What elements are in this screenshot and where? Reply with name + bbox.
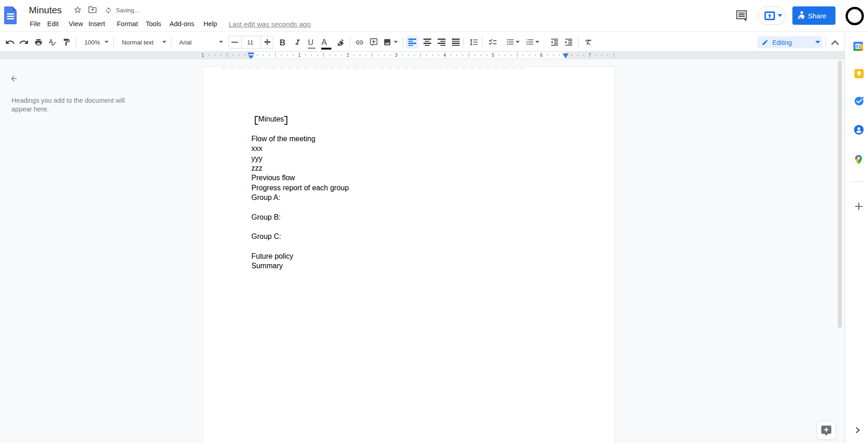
svg-text:4: 4: [443, 53, 446, 58]
svg-text:7: 7: [588, 53, 591, 58]
svg-text:1: 1: [298, 53, 301, 58]
svg-text:3: 3: [395, 53, 398, 58]
svg-text:2: 2: [346, 53, 349, 58]
svg-text:5: 5: [492, 53, 494, 58]
svg-text:31: 31: [856, 44, 861, 49]
svg-text:6: 6: [540, 53, 543, 58]
svg-text:1: 1: [202, 53, 204, 58]
